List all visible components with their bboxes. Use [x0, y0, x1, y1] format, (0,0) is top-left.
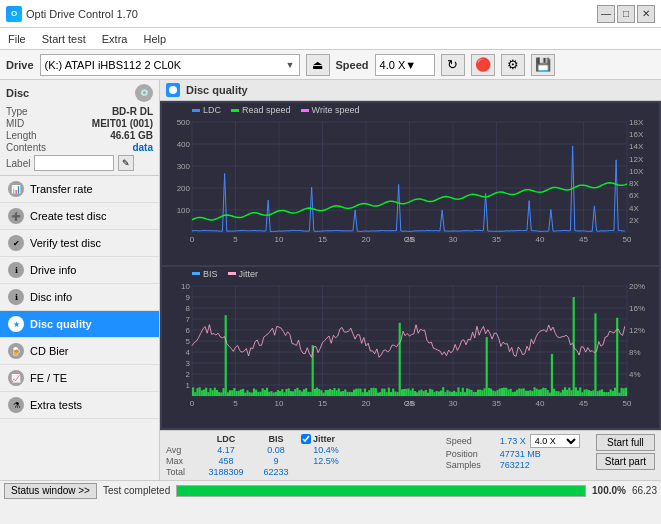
speed-label: Speed [336, 59, 369, 71]
nav-items: 📊 Transfer rate ➕ Create test disc ✔ Ver… [0, 176, 159, 480]
disc-contents-label: Contents [6, 142, 46, 153]
burn-button[interactable]: 🔴 [471, 54, 495, 76]
legend-read-speed: Read speed [231, 105, 291, 115]
disc-length-value: 46.61 GB [110, 130, 153, 141]
minimize-button[interactable]: — [597, 5, 615, 23]
disc-contents-value: data [132, 142, 153, 153]
speed-value: 4.0 X [380, 59, 406, 71]
cd-bier-icon: 🍺 [8, 343, 24, 359]
write-speed-legend-text: Write speed [312, 105, 360, 115]
disc-mid-value: MEIT01 (001) [92, 118, 153, 129]
drive-bar: Drive (K:) ATAPI iHBS112 2 CL0K ▼ ⏏ Spee… [0, 50, 661, 80]
verify-test-disc-icon: ✔ [8, 235, 24, 251]
lower-chart: BIS Jitter [162, 267, 659, 429]
status-window-button[interactable]: Status window >> [4, 483, 97, 499]
read-speed-legend-text: Read speed [242, 105, 291, 115]
menu-start-test[interactable]: Start test [38, 32, 90, 46]
disc-quality-icon: ★ [8, 316, 24, 332]
disc-type-label: Type [6, 106, 28, 117]
avg-label: Avg [166, 445, 201, 455]
avg-ldc-value: 4.17 [201, 445, 251, 455]
disc-info-icon: ℹ [8, 289, 24, 305]
ldc-legend-dot [192, 109, 200, 112]
maximize-button[interactable]: □ [617, 5, 635, 23]
charts-area: LDC Read speed Write speed [160, 101, 661, 430]
disc-mid-label: MID [6, 118, 24, 129]
window-controls: — □ ✕ [597, 5, 655, 23]
upper-chart-canvas [162, 117, 652, 247]
max-jitter-value: 12.5% [301, 456, 351, 466]
speed-select-control[interactable]: 4.0 X [530, 434, 580, 448]
position-label: Position [446, 449, 496, 459]
jitter-column-header: Jitter [313, 434, 335, 444]
jitter-header: Jitter [301, 434, 381, 444]
fe-te-icon: 📈 [8, 370, 24, 386]
position-row: Position 47731 MB [446, 449, 580, 459]
app-title: Opti Drive Control 1.70 [26, 8, 138, 20]
nav-item-disc-info[interactable]: ℹ Disc info [0, 284, 159, 311]
write-speed-legend-dot [301, 109, 309, 112]
max-bis-value: 9 [251, 456, 301, 466]
lower-chart-canvas [162, 281, 652, 411]
legend-ldc: LDC [192, 105, 221, 115]
samples-value: 763212 [500, 460, 530, 470]
nav-item-drive-info[interactable]: ℹ Drive info [0, 257, 159, 284]
bis-column-header: BIS [251, 434, 301, 444]
ldc-legend-text: LDC [203, 105, 221, 115]
menu-bar: File Start test Extra Help [0, 28, 661, 50]
stats-max-row: Max 458 9 12.5% [166, 456, 381, 466]
disc-length-row: Length 46.61 GB [6, 130, 153, 141]
disc-quality-header-icon [166, 83, 180, 97]
drive-selector[interactable]: (K:) ATAPI iHBS112 2 CL0K ▼ [40, 54, 300, 76]
speed-row: Speed 1.73 X 4.0 X [446, 434, 580, 448]
disc-label-edit-button[interactable]: ✎ [118, 155, 134, 171]
stats-bar: LDC BIS Jitter Avg 4.17 0.08 10.4% Max 4… [160, 430, 661, 480]
legend-bis: BIS [192, 269, 218, 279]
main-content: Disc 💿 Type BD-R DL MID MEIT01 (001) Len… [0, 80, 661, 480]
upper-chart-legend: LDC Read speed Write speed [162, 103, 659, 117]
menu-help[interactable]: Help [139, 32, 170, 46]
total-label: Total [166, 467, 201, 477]
progress-bar-container [176, 485, 586, 497]
nav-item-extra-tests[interactable]: ⚗ Extra tests [0, 392, 159, 419]
nav-item-disc-quality[interactable]: ★ Disc quality [0, 311, 159, 338]
save-button[interactable]: 💾 [531, 54, 555, 76]
lower-chart-legend: BIS Jitter [162, 267, 659, 281]
upper-chart: LDC Read speed Write speed [162, 103, 659, 265]
status-right-value: 66.23 [632, 485, 657, 496]
disc-icon: 💿 [135, 84, 153, 102]
legend-write-speed: Write speed [301, 105, 360, 115]
read-speed-legend-dot [231, 109, 239, 112]
samples-row: Samples 763212 [446, 460, 580, 470]
speed-dropdown-arrow: ▼ [405, 59, 416, 71]
nav-item-transfer-rate[interactable]: 📊 Transfer rate [0, 176, 159, 203]
disc-type-row: Type BD-R DL [6, 106, 153, 117]
speed-position-info: Speed 1.73 X 4.0 X Position 47731 MB Sam… [446, 434, 580, 470]
start-part-button[interactable]: Start part [596, 453, 655, 470]
nav-item-create-test-disc[interactable]: ➕ Create test disc [0, 203, 159, 230]
nav-item-cd-bier[interactable]: 🍺 CD Bier [0, 338, 159, 365]
speed-selector[interactable]: 4.0 X ▼ [375, 54, 435, 76]
disc-label-input[interactable] [34, 155, 114, 171]
close-button[interactable]: ✕ [637, 5, 655, 23]
jitter-checkbox[interactable] [301, 434, 311, 444]
start-full-button[interactable]: Start full [596, 434, 655, 451]
settings-button[interactable]: ⚙ [501, 54, 525, 76]
disc-label-label: Label [6, 158, 30, 169]
app-icon: O [6, 6, 22, 22]
eject-button[interactable]: ⏏ [306, 54, 330, 76]
stats-columns: LDC BIS Jitter Avg 4.17 0.08 10.4% Max 4… [166, 434, 381, 477]
stats-header-row: LDC BIS Jitter [166, 434, 381, 444]
refresh-button[interactable]: ↻ [441, 54, 465, 76]
nav-item-verify-test-disc[interactable]: ✔ Verify test disc [0, 230, 159, 257]
menu-file[interactable]: File [4, 32, 30, 46]
menu-extra[interactable]: Extra [98, 32, 132, 46]
disc-info-panel: Disc 💿 Type BD-R DL MID MEIT01 (001) Len… [0, 80, 159, 176]
disc-quality-header: Disc quality [160, 80, 661, 101]
nav-item-fe-te[interactable]: 📈 FE / TE [0, 365, 159, 392]
status-bar: Status window >> Test completed 100.0% 6… [0, 480, 661, 500]
position-value: 47731 MB [500, 449, 541, 459]
total-ldc-value: 3188309 [201, 467, 251, 477]
status-text: Test completed [103, 485, 170, 496]
drive-dropdown-arrow: ▼ [286, 60, 295, 70]
